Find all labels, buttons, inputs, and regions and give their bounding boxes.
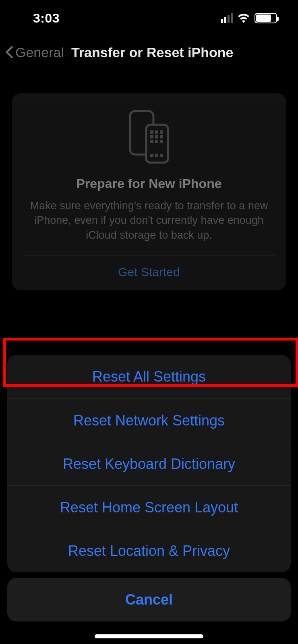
svg-rect-7	[160, 135, 163, 138]
svg-rect-12	[155, 154, 158, 157]
home-indicator[interactable]	[95, 634, 203, 638]
svg-rect-11	[150, 154, 153, 157]
reset-action-sheet: Reset All Settings Reset Network Setting…	[7, 355, 291, 621]
prepare-card: Prepare for New iPhone Make sure everyth…	[12, 93, 286, 290]
page-title: Transfer or Reset iPhone	[71, 45, 233, 60]
svg-rect-3	[155, 130, 158, 134]
reset-keyboard-dictionary-button[interactable]: Reset Keyboard Dictionary	[7, 442, 291, 485]
cancel-button[interactable]: Cancel	[7, 578, 291, 621]
prepare-description: Make sure everything's ready to transfer…	[23, 198, 275, 256]
status-time: 3:03	[33, 11, 60, 26]
wifi-icon	[237, 13, 250, 23]
svg-rect-13	[160, 154, 163, 157]
nav-header: General Transfer or Reset iPhone	[0, 40, 298, 64]
svg-rect-9	[155, 140, 158, 143]
status-bar: 3:03	[0, 0, 298, 36]
svg-rect-10	[160, 140, 163, 143]
reset-network-settings-button[interactable]: Reset Network Settings	[7, 398, 291, 442]
svg-rect-5	[150, 135, 153, 138]
battery-icon	[255, 13, 277, 23]
devices-icon	[23, 109, 275, 165]
cellular-signal-icon	[221, 13, 233, 23]
status-indicators	[221, 13, 277, 23]
chevron-left-icon	[5, 45, 14, 60]
reset-options-group: Reset All Settings Reset Network Setting…	[7, 355, 291, 572]
svg-rect-6	[155, 135, 158, 138]
reset-location-privacy-button[interactable]: Reset Location & Privacy	[7, 529, 291, 572]
reset-all-settings-button[interactable]: Reset All Settings	[7, 355, 291, 398]
svg-rect-2	[150, 130, 153, 134]
back-button[interactable]: General	[5, 45, 64, 60]
prepare-title: Prepare for New iPhone	[23, 176, 275, 191]
svg-rect-4	[160, 130, 163, 134]
reset-home-screen-layout-button[interactable]: Reset Home Screen Layout	[7, 485, 291, 529]
svg-rect-8	[150, 140, 153, 143]
get-started-button[interactable]: Get Started	[23, 256, 275, 290]
back-label: General	[15, 45, 64, 60]
